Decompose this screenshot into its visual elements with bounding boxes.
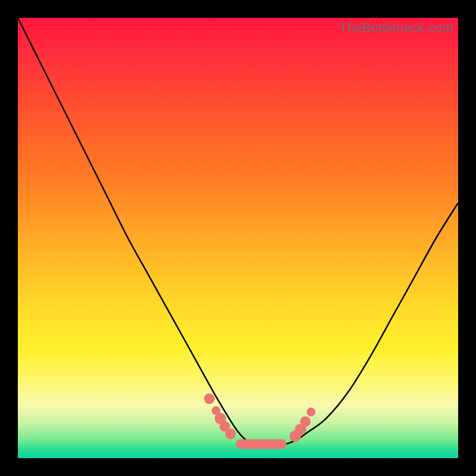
valley-markers bbox=[204, 393, 315, 449]
chart-frame: TheBottleneck.com bbox=[0, 0, 476, 476]
valley-flat-marker bbox=[236, 439, 286, 449]
valley-point-marker bbox=[204, 393, 215, 404]
valley-point-marker bbox=[306, 408, 315, 416]
bottleneck-curve bbox=[18, 18, 458, 458]
valley-point-marker bbox=[226, 428, 236, 439]
curve-path bbox=[18, 18, 458, 445]
valley-point-marker bbox=[300, 416, 311, 427]
plot-area: TheBottleneck.com bbox=[18, 18, 458, 458]
